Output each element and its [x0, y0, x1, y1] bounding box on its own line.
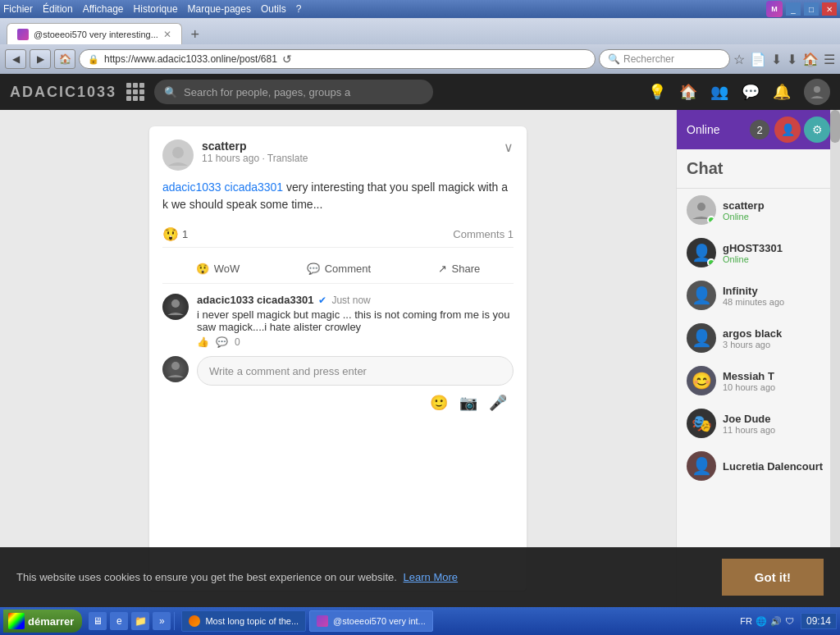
menu-affichage[interactable]: Affichage [83, 3, 124, 15]
chat-item[interactable]: scatterp Online [677, 189, 840, 231]
online-title: Online [687, 123, 719, 136]
got-it-button[interactable]: Got it! [722, 559, 824, 596]
post-header: scatterp 11 hours ago · Translate ∨ [162, 139, 514, 171]
bell-icon[interactable]: 🔔 [773, 83, 791, 101]
lang-indicator: FR [740, 616, 752, 626]
menu-help[interactable]: ? [296, 3, 302, 15]
close-button[interactable]: ✕ [822, 2, 837, 16]
refresh-button[interactable]: ↺ [282, 53, 292, 66]
user-avatar[interactable] [804, 79, 830, 105]
chat-user-info: Messiah T 10 hours ago [723, 370, 830, 392]
menu-marquepages[interactable]: Marque-pages [188, 3, 251, 15]
back-button[interactable]: ◀ [5, 49, 26, 69]
app-search-bar[interactable]: 🔍 Search for people, pages, groups a [154, 80, 433, 104]
show-desktop-icon[interactable]: 🖥 [89, 612, 107, 630]
online-teal-button[interactable]: ⚙ [804, 116, 830, 143]
chat-item[interactable]: 👤 Infinity 48 minutes ago [677, 274, 840, 317]
online-red-button[interactable]: 👤 [774, 116, 801, 143]
chat-user-info: gHOST3301 Online [723, 242, 830, 264]
folder-icon[interactable]: 📁 [131, 612, 149, 630]
download-icon[interactable]: ⬇ [787, 52, 797, 67]
mention-adacic[interactable]: adacic1033 [162, 180, 221, 194]
chat-item[interactable]: 👤 Lucretia Dalencourt [677, 445, 840, 487]
like-icon[interactable]: 👍 [197, 336, 209, 348]
menu-edition[interactable]: Édition [43, 3, 73, 15]
comment-input-icons: 🙂 📷 🎤 [162, 394, 514, 412]
search-icon: 🔍 [164, 86, 177, 98]
camera-icon[interactable]: 📷 [459, 394, 477, 412]
new-tab-button[interactable]: + [185, 25, 205, 44]
taskbar-task-1[interactable]: Most long topic of the... [181, 610, 306, 632]
active-tab[interactable]: @stoeeoi570 very interesting... ✕ [7, 23, 182, 44]
chat-user-status: 10 hours ago [723, 382, 830, 392]
share-action-button[interactable]: ↗ Share [425, 258, 494, 280]
chat-username: Joe Dude [723, 413, 830, 425]
emoji-icon[interactable]: 🙂 [430, 394, 448, 412]
sidebar-scrollbar[interactable] [830, 110, 840, 607]
lock-icon: 🔒 [88, 54, 99, 65]
start-button[interactable]: démarrer [3, 610, 82, 633]
forward-button[interactable]: ▶ [30, 49, 51, 69]
home-nav-icon[interactable]: 🏠 [802, 52, 819, 67]
url-text: https://www.adacic1033.online/post/681 [104, 53, 277, 65]
system-tray: FR 🌐 🔊 🛡 [737, 616, 797, 627]
post-actions: 😲 WoW 💬 Comment ↗ Share [162, 254, 514, 284]
cookie-banner: This website uses cookies to ensure you … [0, 547, 840, 607]
arrow-icon[interactable]: » [153, 612, 171, 630]
chat-item[interactable]: 👤 argos black 3 hours ago [677, 317, 840, 359]
comment-username[interactable]: adacic1033 cicada3301 [197, 294, 313, 306]
learn-more-link[interactable]: Learn More [404, 571, 458, 583]
menu-historique[interactable]: Historique [134, 3, 178, 15]
chat-user-avatar: 👤 [687, 238, 716, 267]
people-icon[interactable]: 👥 [710, 83, 728, 101]
url-bar[interactable]: 🔒 https://www.adacic1033.online/post/681… [79, 49, 596, 69]
comment-reply-icon[interactable]: 💬 [216, 336, 228, 348]
reaction-count: 😲 1 [162, 226, 188, 242]
message-icon[interactable]: 💬 [742, 83, 760, 101]
home-button[interactable]: 🏠 [54, 49, 75, 69]
chat-item[interactable]: 🎭 Joe Dude 11 hours ago [677, 402, 840, 445]
menu-fichier[interactable]: Fichier [3, 3, 33, 15]
comment-count: 0 [235, 336, 240, 348]
menu-outils[interactable]: Outils [261, 3, 286, 15]
chat-item[interactable]: 😊 Messiah T 10 hours ago [677, 359, 840, 402]
translate-link[interactable]: Translate [267, 153, 308, 164]
grid-dot [126, 83, 131, 88]
chat-username: scatterp [723, 199, 830, 212]
grid-menu-icon[interactable] [126, 83, 144, 101]
reader-icon[interactable]: 📄 [750, 52, 766, 67]
comment-input-field[interactable]: Write a comment and press enter [197, 356, 514, 386]
taskbar-task-2[interactable]: @stoeeoi570 very int... [309, 610, 433, 632]
comments-count[interactable]: Comments 1 [453, 228, 514, 240]
task-2-label: @stoeeoi570 very int... [333, 616, 426, 626]
chat-username: gHOST3301 [723, 242, 830, 254]
chat-user-avatar: 👤 [687, 281, 716, 310]
mention-cicada[interactable]: cicada3301 [225, 180, 284, 194]
pocket-icon[interactable]: ⬇ [771, 52, 782, 67]
post-dropdown-icon[interactable]: ∨ [504, 139, 514, 155]
search-icon: 🔍 [608, 53, 620, 65]
post-username[interactable]: scatterp [202, 139, 495, 153]
menu-icon[interactable]: ☰ [824, 52, 835, 67]
svg-point-1 [172, 147, 184, 158]
post-reactions: 😲 1 Comments 1 [162, 222, 514, 248]
minimize-button[interactable]: _ [786, 2, 801, 16]
chat-user-status: 48 minutes ago [723, 297, 830, 307]
home-nav-icon[interactable]: 🏠 [679, 83, 697, 101]
comment-action-button[interactable]: 💬 Comment [294, 258, 384, 280]
wow-action-button[interactable]: 😲 WoW [183, 258, 253, 280]
bookmark-star-icon[interactable]: ☆ [733, 52, 745, 67]
chat-item[interactable]: 👤 gHOST3301 Online [677, 231, 840, 274]
browser-search-bar[interactable]: 🔍 Rechercher [599, 49, 730, 69]
security-icon: 🛡 [785, 616, 794, 626]
comment-actions: 👍 💬 0 [197, 336, 514, 348]
post-time-text: 11 hours ago [202, 153, 259, 164]
main-content: scatterp 11 hours ago · Translate ∨ adac… [0, 110, 840, 607]
microphone-icon[interactable]: 🎤 [489, 394, 507, 412]
tab-close-button[interactable]: ✕ [163, 29, 171, 40]
maximize-button[interactable]: □ [804, 2, 819, 16]
chat-user-info: argos black 3 hours ago [723, 327, 830, 349]
light-bulb-icon[interactable]: 💡 [648, 83, 666, 101]
ie-icon[interactable]: e [110, 612, 128, 630]
svg-point-4 [697, 203, 705, 211]
